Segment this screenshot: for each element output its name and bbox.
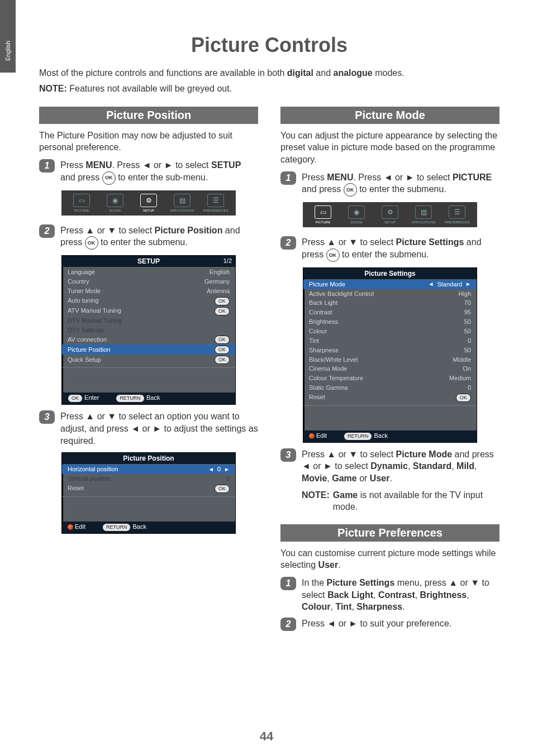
picture-position-panel: Picture Position Horizontal position◄0►V… (61, 452, 236, 534)
row-value: OK (215, 296, 230, 305)
prefs-icon: ☰ (207, 194, 224, 207)
foot-back[interactable]: RETURN Back (102, 523, 146, 532)
menu-row[interactable]: Quick SetupOK (62, 355, 235, 365)
foot-enter[interactable]: OK Enter (68, 394, 99, 403)
menu-row[interactable]: Colour50 (303, 327, 477, 336)
picture-icon: ▭ (73, 194, 90, 207)
menu-row[interactable]: Tuner ModeAntenna (62, 286, 235, 296)
menu-row[interactable]: ATV Manual TuningOK (62, 306, 235, 316)
section-header-picture-mode: Picture Mode (280, 107, 499, 124)
menu-row[interactable]: Brightness50 (303, 317, 477, 327)
step-badge: 1 (280, 577, 296, 590)
menu-row[interactable]: Cinema ModeOn (303, 364, 477, 374)
row-label: ATV Manual Tuning (68, 307, 121, 315)
menu-setup[interactable]: ⚙SETUP (376, 205, 404, 224)
row-value: 70 (464, 299, 471, 307)
ok-icon: OK (102, 171, 116, 185)
row-value: 50 (464, 318, 471, 326)
foot-back[interactable]: RETURN Back (344, 432, 388, 441)
row-label: Quick Setup (68, 356, 101, 364)
picture-position-intro: The Picture Position may now be adjusted… (39, 130, 258, 154)
menu-row[interactable]: Vertical position0 (62, 474, 235, 484)
menu-strip-setup: ▭PICTURE ◉SOUND ⚙SETUP ▤APPLICATIONS ☰PR… (61, 190, 236, 216)
row-value: Medium (449, 374, 471, 382)
menu-picture[interactable]: ▭PICTURE (68, 194, 96, 212)
menu-row[interactable]: LanguageEnglish (62, 267, 235, 277)
menu-applications[interactable]: ▤APPLICATIONS (410, 205, 437, 224)
menu-row[interactable]: Active Backlight ControlHigh (303, 289, 477, 299)
row-label: Reset (68, 484, 84, 492)
menu-row[interactable]: AV connectionOK (62, 334, 235, 344)
row-label: Active Backlight Control (309, 290, 374, 298)
page-number: 44 (0, 729, 533, 744)
row-label: Black/White Level (309, 356, 358, 364)
dot-icon (68, 524, 73, 530)
step-1: 1 Press MENU. Press ◄ or ► to select SET… (39, 159, 258, 185)
menu-row[interactable]: DTV Settings (62, 326, 235, 335)
step-badge: 2 (39, 224, 55, 238)
ok-icon: OK (85, 236, 98, 250)
setup-panel: SETUP1/2 LanguageEnglishCountryGermanyTu… (61, 255, 236, 405)
menu-applications[interactable]: ▤APPLICATIONS (168, 194, 196, 212)
apps-icon: ▤ (415, 205, 432, 219)
picture-preferences-intro: You can customise current picture mode s… (280, 547, 499, 571)
left-column: Picture Position The Picture Position ma… (39, 103, 258, 635)
step-badge: 2 (280, 236, 296, 250)
menu-row[interactable]: Sharpness50 (303, 346, 477, 355)
foot-edit[interactable]: Edit (309, 432, 327, 441)
step-2: 2 Press ▲ or ▼ to select Picture Setting… (280, 236, 499, 262)
menu-row[interactable]: Tint0 (303, 336, 477, 346)
foot-edit[interactable]: Edit (68, 523, 85, 532)
menu-row[interactable]: Contrast95 (303, 308, 477, 317)
row-label: Colour Temperature (309, 374, 363, 382)
menu-row[interactable]: DTV Manual Tuning (62, 316, 235, 326)
row-label: Reset (309, 393, 325, 401)
row-label: Language (68, 268, 95, 276)
row-label: Contrast (309, 308, 332, 317)
menu-row[interactable]: ResetOK (303, 393, 477, 403)
row-value: ◄Standard► (429, 280, 471, 289)
row-value: On (463, 365, 471, 373)
gear-icon: ⚙ (382, 205, 398, 219)
menu-row[interactable]: Colour TemperatureMedium (303, 374, 477, 383)
ok-icon: OK (344, 183, 357, 197)
dot-icon (309, 433, 315, 439)
menu-picture[interactable]: ▭PICTURE (309, 205, 337, 224)
menu-sound[interactable]: ◉SOUND (342, 205, 370, 224)
row-value: OK (215, 355, 230, 364)
row-value: English (210, 268, 230, 276)
foot-back[interactable]: RETURN Back (116, 394, 160, 403)
row-label: Tint (309, 337, 319, 345)
row-label: Auto tuning (68, 296, 99, 305)
row-value: OK (215, 484, 230, 493)
intro-line-2: NOTE: Features not available will be gre… (39, 83, 499, 95)
menu-row[interactable]: CountryGermany (62, 277, 235, 286)
menu-setup[interactable]: ⚙SETUP (135, 194, 163, 212)
row-label: Colour (309, 327, 327, 336)
intro-line-1: Most of the picture controls and functio… (39, 67, 499, 79)
menu-row[interactable]: Horizontal position◄0► (62, 465, 235, 474)
row-label: Vertical position (68, 475, 111, 483)
menu-row[interactable]: Back Light70 (303, 298, 477, 308)
step-3: 3 Press ▲ or ▼ to select an option you w… (39, 410, 258, 447)
step-badge: 1 (280, 171, 296, 185)
menu-row[interactable]: Static Gamma0 (303, 383, 477, 393)
right-column: Picture Mode You can adjust the picture … (280, 103, 499, 635)
menu-row[interactable]: Black/White LevelMiddle (303, 355, 477, 365)
step-badge: 3 (280, 448, 296, 462)
menu-sound[interactable]: ◉SOUND (101, 194, 129, 212)
row-value: OK (215, 335, 230, 344)
menu-preferences[interactable]: ☰PREFERENCES (202, 194, 230, 212)
row-label: Picture Mode (309, 280, 345, 289)
row-value: 0 (226, 475, 230, 483)
menu-row[interactable]: Auto tuningOK (62, 296, 235, 306)
menu-row[interactable]: ResetOK (62, 484, 235, 494)
menu-preferences[interactable]: ☰PREFERENCES (443, 205, 471, 224)
row-value: Germany (204, 277, 230, 286)
menu-row[interactable]: Picture Mode◄Standard► (303, 280, 477, 289)
menu-row[interactable]: Picture PositionOK (62, 344, 235, 355)
row-label: AV connection (68, 336, 107, 344)
row-value: 95 (464, 308, 471, 317)
row-value: Middle (453, 356, 471, 364)
row-label: Tuner Mode (68, 287, 101, 295)
